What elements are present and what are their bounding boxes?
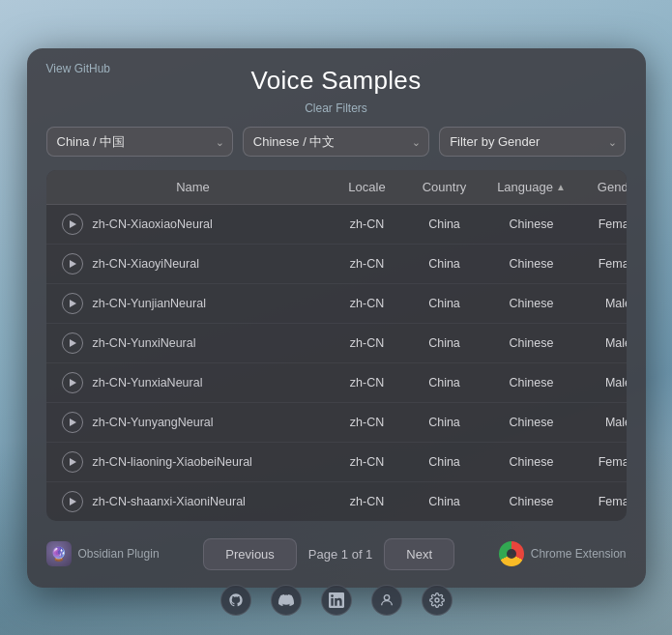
- page-info: Page 1 of 1: [308, 547, 373, 562]
- cell-locale-2: zh-CN: [329, 297, 406, 310]
- cell-locale-1: zh-CN: [329, 257, 406, 271]
- main-panel: View GitHub Voice Samples Clear Filters …: [27, 48, 646, 588]
- obsidian-icon: 🔮: [46, 541, 72, 566]
- chrome-label: Chrome Extension: [531, 547, 627, 561]
- filters-row: All Countries China / 中国 All Languages C…: [46, 127, 627, 157]
- language-filter[interactable]: All Languages Chinese / 中文: [243, 127, 429, 157]
- cell-language-0: Chinese: [483, 217, 580, 231]
- cell-locale-6: zh-CN: [329, 455, 406, 469]
- play-button-4[interactable]: [62, 372, 83, 393]
- svg-point-0: [384, 595, 389, 600]
- cell-gender-1: Female: [580, 257, 627, 271]
- name-text-1: zh-CN-XiaoyiNeural: [93, 257, 199, 271]
- cell-locale-0: zh-CN: [329, 217, 406, 231]
- cell-gender-5: Male: [580, 416, 627, 429]
- cell-locale-7: zh-CN: [329, 495, 406, 508]
- cell-language-6: Chinese: [483, 455, 580, 469]
- discord-bottom-icon[interactable]: [271, 585, 302, 616]
- pagination-row: 🔮 Obsidian Plugin Previous Page 1 of 1 N…: [46, 534, 627, 572]
- chrome-extension-button[interactable]: Chrome Extension: [499, 541, 627, 566]
- cell-gender-7: Female: [580, 495, 627, 508]
- col-name[interactable]: Name: [58, 180, 329, 194]
- cell-language-7: Chinese: [483, 495, 580, 508]
- table-row: zh-CN-XiaoxiaoNeural zh-CN China Chinese…: [46, 205, 627, 245]
- name-text-4: zh-CN-YunxiaNeural: [93, 376, 203, 390]
- user-bottom-icon[interactable]: [371, 585, 402, 616]
- cell-locale-5: zh-CN: [329, 416, 406, 429]
- cell-country-7: China: [406, 495, 483, 508]
- cell-country-4: China: [406, 376, 483, 390]
- view-github-link[interactable]: View GitHub: [46, 62, 110, 75]
- cell-country-6: China: [406, 455, 483, 469]
- name-text-0: zh-CN-XiaoxiaoNeural: [93, 217, 213, 231]
- play-button-0[interactable]: [62, 214, 83, 235]
- settings-bottom-icon[interactable]: [422, 585, 453, 616]
- cell-gender-0: Female: [580, 217, 627, 231]
- play-button-2[interactable]: [62, 293, 83, 314]
- language-filter-wrap: All Languages Chinese / 中文: [243, 127, 429, 157]
- table-row: zh-CN-YunyangNeural zh-CN China Chinese …: [46, 403, 627, 443]
- cell-language-5: Chinese: [483, 416, 580, 429]
- col-language[interactable]: Language ▲: [483, 180, 580, 194]
- country-filter[interactable]: All Countries China / 中国: [46, 127, 233, 157]
- name-text-2: zh-CN-YunjianNeural: [93, 297, 206, 310]
- cell-country-0: China: [406, 217, 483, 231]
- cell-country-1: China: [406, 257, 483, 271]
- cell-name-0: zh-CN-XiaoxiaoNeural: [58, 214, 329, 235]
- col-country[interactable]: Country: [406, 180, 483, 194]
- table-row: zh-CN-liaoning-XiaobeiNeural zh-CN China…: [46, 443, 627, 482]
- obsidian-label: Obsidian Plugin: [78, 547, 160, 561]
- cell-name-1: zh-CN-XiaoyiNeural: [58, 253, 329, 274]
- next-button[interactable]: Next: [384, 538, 454, 570]
- cell-gender-3: Male: [580, 336, 627, 350]
- cell-name-4: zh-CN-YunxiaNeural: [58, 372, 329, 393]
- col-gender[interactable]: Gender: [580, 180, 627, 194]
- linkedin-bottom-icon[interactable]: [321, 585, 352, 616]
- cell-language-1: Chinese: [483, 257, 580, 271]
- obsidian-plugin-button[interactable]: 🔮 Obsidian Plugin: [46, 541, 160, 566]
- gender-filter-wrap: Filter by Gender Male Female: [439, 127, 626, 157]
- cell-name-3: zh-CN-YunxiNeural: [58, 332, 329, 354]
- play-button-7[interactable]: [62, 491, 83, 512]
- svg-point-1: [435, 598, 439, 602]
- cell-language-2: Chinese: [483, 297, 580, 310]
- chrome-icon: [499, 541, 524, 566]
- cell-language-3: Chinese: [483, 336, 580, 350]
- gender-filter[interactable]: Filter by Gender Male Female: [439, 127, 626, 157]
- bottom-bar: [220, 585, 453, 616]
- cell-language-4: Chinese: [483, 376, 580, 390]
- country-filter-wrap: All Countries China / 中国: [46, 127, 233, 157]
- play-button-5[interactable]: [62, 412, 83, 433]
- play-button-3[interactable]: [62, 332, 83, 354]
- name-text-7: zh-CN-shaanxi-XiaoniNeural: [93, 495, 246, 508]
- table-row: zh-CN-XiaoyiNeural zh-CN China Chinese F…: [46, 245, 627, 284]
- cell-locale-4: zh-CN: [329, 376, 406, 390]
- cell-country-5: China: [406, 416, 483, 429]
- col-locale[interactable]: Locale: [329, 180, 406, 194]
- cell-locale-3: zh-CN: [329, 336, 406, 350]
- cell-name-5: zh-CN-YunyangNeural: [58, 412, 329, 433]
- name-text-5: zh-CN-YunyangNeural: [93, 416, 214, 429]
- table-row: zh-CN-YunxiaNeural zh-CN China Chinese M…: [46, 363, 627, 403]
- github-bottom-icon[interactable]: [220, 585, 251, 616]
- table-body: zh-CN-XiaoxiaoNeural zh-CN China Chinese…: [46, 205, 627, 521]
- cell-name-2: zh-CN-YunjianNeural: [58, 293, 329, 314]
- cell-gender-6: Female: [580, 455, 627, 469]
- cell-country-3: China: [406, 336, 483, 350]
- cell-country-2: China: [406, 297, 483, 310]
- cell-gender-4: Male: [580, 376, 627, 390]
- play-button-6[interactable]: [62, 451, 83, 473]
- table-row: zh-CN-shaanxi-XiaoniNeural zh-CN China C…: [46, 482, 627, 521]
- table-row: zh-CN-YunjianNeural zh-CN China Chinese …: [46, 284, 627, 324]
- previous-button[interactable]: Previous: [203, 538, 297, 570]
- sort-arrow-language: ▲: [556, 182, 566, 192]
- cell-name-6: zh-CN-liaoning-XiaobeiNeural: [58, 451, 329, 473]
- nav-buttons: Previous Page 1 of 1 Next: [203, 538, 454, 570]
- clear-filters-button[interactable]: Clear Filters: [46, 101, 627, 115]
- play-button-1[interactable]: [62, 253, 83, 274]
- cell-name-7: zh-CN-shaanxi-XiaoniNeural: [58, 491, 329, 512]
- cell-gender-2: Male: [580, 297, 627, 310]
- panel-title: Voice Samples: [46, 66, 627, 96]
- table-header: Name Locale Country Language ▲ Gender: [46, 170, 627, 205]
- name-text-6: zh-CN-liaoning-XiaobeiNeural: [93, 455, 252, 469]
